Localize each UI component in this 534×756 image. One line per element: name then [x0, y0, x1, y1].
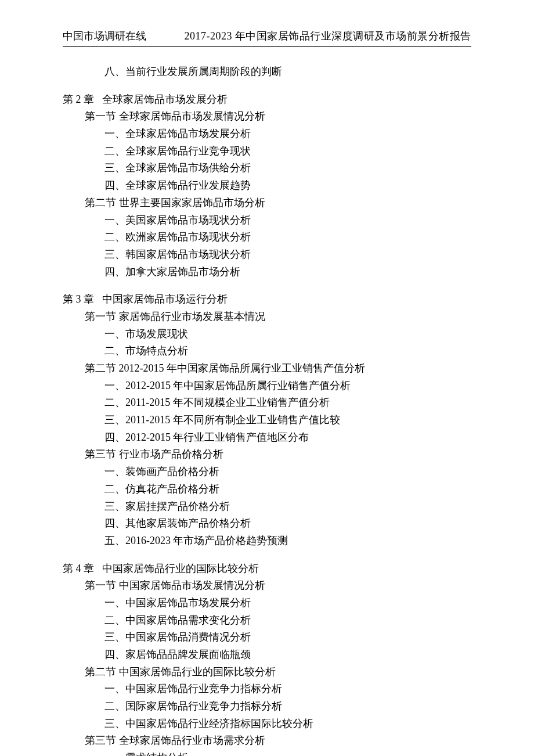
- document-page: 中国市场调研在线 2017-2023 年中国家居饰品行业深度调研及市场前景分析报…: [0, 0, 534, 756]
- section-title: 第二节 中国家居饰品行业的国际比较分析: [63, 664, 471, 681]
- blank-line: [63, 81, 471, 91]
- header-right: 2017-2023 年中国家居饰品行业深度调研及市场前景分析报告: [185, 29, 472, 43]
- chapter-title: 第 2 章 全球家居饰品市场发展分析: [63, 91, 471, 109]
- section-title: 第三节 行业市场产品价格分析: [63, 446, 471, 463]
- toc-item: 四、全球家居饰品行业发展趋势: [63, 177, 471, 195]
- section-title: 第二节 世界主要国家家居饰品市场分析: [63, 195, 471, 212]
- toc-item: 四、加拿大家居饰品市场分析: [63, 264, 471, 281]
- toc-item: 一、美国家居饰品市场现状分析: [63, 212, 471, 229]
- section-title: 第二节 2012-2015 年中国家居饰品所属行业工业销售产值分析: [63, 360, 471, 377]
- toc-item: 一、装饰画产品价格分析: [63, 463, 471, 481]
- toc-item: 一、中国家居饰品行业竞争力指标分析: [63, 681, 471, 698]
- toc-item: 一、市场发展现状: [63, 326, 471, 343]
- toc-item: 二、中国家居饰品需求变化分析: [63, 612, 471, 629]
- toc-item: 一、中国家居饰品市场发展分析: [63, 595, 471, 612]
- blank-line: [63, 280, 471, 291]
- chapter-title: 第 4 章 中国家居饰品行业的国际比较分析: [63, 560, 471, 578]
- toc-item: 三、中国家居饰品行业经济指标国际比较分析: [63, 715, 471, 733]
- toc-item: 三、中国家居饰品消费情况分析: [63, 629, 471, 646]
- header-rule: [63, 46, 471, 47]
- toc-item: 四、其他家居装饰产品价格分析: [63, 515, 471, 532]
- section-title: 第三节 全球家居饰品行业市场需求分析: [63, 732, 471, 750]
- toc-item: 五、2016-2023 年市场产品价格趋势预测: [63, 532, 471, 550]
- toc-item: 一、需求结构分析: [63, 750, 471, 756]
- toc-item: 二、国际家居饰品行业竞争力指标分析: [63, 698, 471, 715]
- toc-item: 四、2012-2015 年行业工业销售产值地区分布: [63, 429, 471, 447]
- chapter-title: 第 3 章 中国家居饰品市场运行分析: [63, 291, 471, 308]
- toc-item: 二、2011-2015 年不同规模企业工业销售产值分析: [63, 394, 471, 412]
- toc-item: 二、市场特点分析: [63, 343, 471, 360]
- toc-item: 三、韩国家居饰品市场现状分析: [63, 246, 471, 264]
- section-title: 第一节 中国家居饰品市场发展情况分析: [63, 577, 471, 595]
- toc-item: 三、2011-2015 年不同所有制企业工业销售产值比较: [63, 412, 471, 429]
- toc-item: 四、家居饰品品牌发展面临瓶颈: [63, 646, 471, 664]
- toc-content: 八、当前行业发展所属周期阶段的判断 第 2 章 全球家居饰品市场发展分析 第一节…: [63, 63, 471, 756]
- section-title: 第一节 家居饰品行业市场发展基本情况: [63, 308, 471, 326]
- blank-line: [63, 550, 471, 560]
- section-title: 第一节 全球家居饰品市场发展情况分析: [63, 108, 471, 125]
- toc-item: 三、家居挂摆产品价格分析: [63, 498, 471, 516]
- page-header: 中国市场调研在线 2017-2023 年中国家居饰品行业深度调研及市场前景分析报…: [63, 29, 471, 43]
- toc-item: 八、当前行业发展所属周期阶段的判断: [63, 63, 471, 81]
- toc-item: 三、全球家居饰品市场供给分析: [63, 160, 471, 177]
- toc-item: 二、欧洲家居饰品市场现状分析: [63, 229, 471, 246]
- toc-item: 一、全球家居饰品市场发展分析: [63, 125, 471, 143]
- toc-item: 二、仿真花产品价格分析: [63, 481, 471, 498]
- toc-item: 二、全球家居饰品行业竞争现状: [63, 143, 471, 160]
- header-left: 中国市场调研在线: [63, 29, 146, 43]
- toc-item: 一、2012-2015 年中国家居饰品所属行业销售产值分析: [63, 377, 471, 395]
